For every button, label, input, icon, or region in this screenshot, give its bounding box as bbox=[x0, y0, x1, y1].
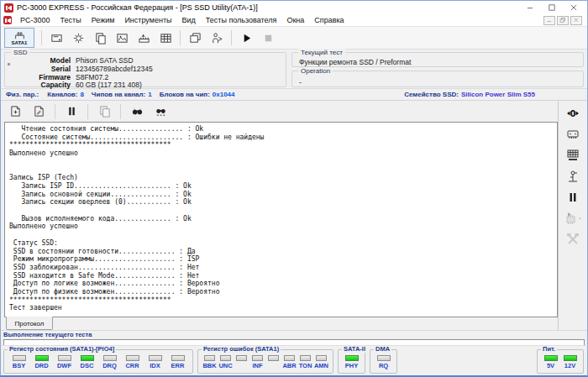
separator bbox=[87, 104, 88, 119]
pause-icon bbox=[566, 191, 580, 204]
sidebar-chip-run-button bbox=[564, 212, 583, 225]
menu-item-mode[interactable]: Режим bbox=[87, 16, 120, 24]
log-toolbar-report-edit-button[interactable] bbox=[28, 102, 50, 121]
copy-pages-icon bbox=[94, 32, 107, 45]
drq-led bbox=[103, 355, 117, 361]
reset-grid-icon bbox=[566, 149, 580, 162]
phys-blocks-per-chip-value: 0x1044 bbox=[213, 91, 235, 98]
12v-led bbox=[564, 355, 577, 361]
mdi-restore-icon[interactable] bbox=[557, 16, 569, 25]
ssd-family-value: Silicon Power Slim S55 bbox=[461, 91, 535, 98]
led-cell-dwf: DWF bbox=[53, 355, 76, 373]
minimize-icon[interactable] bbox=[525, 3, 535, 13]
led-label: ERR bbox=[171, 363, 185, 369]
tools-icon bbox=[566, 233, 580, 246]
find-icon bbox=[131, 105, 144, 118]
title-bar: PC-3000 EXPRESS - Российская Федерация -… bbox=[1, 1, 587, 14]
menu-item-instruments[interactable]: Инструменты bbox=[119, 16, 176, 24]
blank-led bbox=[268, 355, 279, 361]
led-cell-drq: DRQ bbox=[98, 355, 121, 373]
register-panel-dma-title: DMA bbox=[374, 346, 391, 353]
toolbar-image-view-button[interactable] bbox=[111, 29, 133, 48]
ssd-family-label: Семейство SSD: bbox=[404, 91, 459, 98]
led-cell-ton: TON bbox=[297, 355, 313, 373]
toolbar-user-exit-button[interactable] bbox=[206, 29, 228, 48]
sidebar-pause-button[interactable] bbox=[566, 191, 580, 204]
mdi-minimize-icon[interactable] bbox=[543, 16, 555, 25]
led-cell-dsc: DSC bbox=[76, 355, 98, 373]
led-cell-drd: DRD bbox=[30, 355, 53, 373]
menu-item-user-tests[interactable]: Тесты пользователя bbox=[201, 16, 282, 24]
user-exit-icon bbox=[211, 32, 223, 45]
phys-channels-value: 8 bbox=[80, 91, 83, 98]
ssd-expand-icon[interactable] bbox=[8, 63, 10, 65]
ssd-capacity-value: 60 GB (117 231 408) bbox=[76, 81, 284, 90]
current-test-panel: Текущий тест Функции ремонта SSD / Prefo… bbox=[291, 52, 584, 67]
sidebar-device-button[interactable] bbox=[566, 128, 580, 141]
toolbar-ruler-button[interactable] bbox=[133, 29, 155, 48]
led-cell-amn: AMN bbox=[313, 355, 329, 373]
separator bbox=[41, 30, 42, 45]
toolbar-copy-pages-button[interactable] bbox=[89, 29, 111, 48]
led-cell-error-blank-4 bbox=[265, 355, 281, 373]
inf-led bbox=[252, 355, 263, 361]
led-cell-bsy: BSY bbox=[8, 355, 30, 373]
led-label: PHY bbox=[345, 363, 358, 369]
register-panel-sata-ii: SATA-IIPHY bbox=[338, 349, 365, 374]
menu-item-help[interactable]: Справка bbox=[309, 16, 349, 24]
sata-port-button[interactable]: SATA1 bbox=[4, 28, 34, 48]
log-toolbar-copy-button bbox=[93, 102, 115, 121]
phy-led bbox=[345, 355, 359, 361]
current-test-title: Текущий тест bbox=[298, 49, 345, 56]
menu-item-view[interactable]: Вид bbox=[177, 16, 201, 24]
sidebar-power-probe-button[interactable] bbox=[566, 170, 580, 183]
toolbar-stop-button bbox=[257, 29, 279, 48]
toolbar-settings-button[interactable] bbox=[67, 29, 89, 48]
log-toolbar-report-add-button[interactable] bbox=[4, 102, 26, 121]
led-label: CRR bbox=[125, 363, 139, 369]
sidebar-reset-grid-button[interactable] bbox=[566, 149, 580, 162]
menu-item-windows[interactable]: Окна bbox=[281, 16, 309, 24]
cascade-windows-icon bbox=[189, 32, 202, 45]
toolbar-grid-button[interactable] bbox=[155, 29, 176, 48]
register-bar: Регистр состояния (SATA1)-[PIO4]BSYDRDDW… bbox=[1, 345, 587, 375]
operation-value: - bbox=[292, 71, 583, 86]
toolbar-play-button[interactable] bbox=[235, 29, 257, 48]
bsy-led bbox=[13, 355, 26, 361]
close-icon[interactable] bbox=[569, 3, 579, 13]
tab-protocol[interactable]: Протокол bbox=[6, 317, 53, 330]
bbk-led bbox=[204, 355, 215, 361]
separator bbox=[55, 104, 55, 119]
mdi-close-icon[interactable] bbox=[570, 16, 582, 25]
main-toolbar: SATA1 bbox=[1, 27, 587, 50]
rq-led bbox=[377, 355, 391, 361]
log-toolbar-find-next-button[interactable] bbox=[150, 102, 171, 121]
log-toolbar-find-button[interactable] bbox=[126, 102, 148, 121]
menu-item-pc-3000[interactable]: PC-3000 bbox=[15, 16, 55, 24]
led-label: DRD bbox=[34, 363, 48, 369]
log-toolbar-pause-button[interactable] bbox=[60, 102, 82, 121]
toolbar-cascade-windows-button[interactable] bbox=[184, 29, 206, 48]
menu-items: PC-3000ТестыРежимИнструментыВидТесты пол… bbox=[15, 16, 349, 24]
led-cell-crr: CRR bbox=[121, 355, 144, 373]
led-cell-idx: IDX bbox=[144, 355, 166, 373]
device-icon bbox=[566, 128, 580, 141]
work-area: Чтение состояния системы................… bbox=[1, 101, 587, 330]
pause-icon bbox=[66, 105, 78, 118]
led-label: DWF bbox=[57, 363, 71, 369]
sata-port-label: SATA1 bbox=[12, 40, 28, 45]
register-panel-error-title: Регистр ошибок (SATA1) bbox=[202, 346, 281, 353]
sidebar-reset-zero-button[interactable]: 0 bbox=[566, 107, 580, 120]
toolbar-drive-info-button[interactable] bbox=[45, 29, 67, 48]
ton-led bbox=[300, 355, 311, 361]
led-cell-5v: 5V bbox=[541, 355, 560, 373]
report-add-icon bbox=[9, 105, 22, 118]
settings-icon bbox=[72, 32, 85, 45]
menu-item-tests[interactable]: Тесты bbox=[55, 16, 87, 24]
register-panel-dma: DMARQ bbox=[370, 349, 397, 374]
maximize-icon[interactable] bbox=[547, 3, 557, 13]
ssd-panel: SSD ModelPhison SATA SSDSerial123456789a… bbox=[4, 52, 286, 87]
led-label: UNC bbox=[218, 363, 232, 369]
dwf-led bbox=[58, 355, 71, 361]
register-panel-sata-ii-title: SATA-II bbox=[342, 346, 367, 353]
